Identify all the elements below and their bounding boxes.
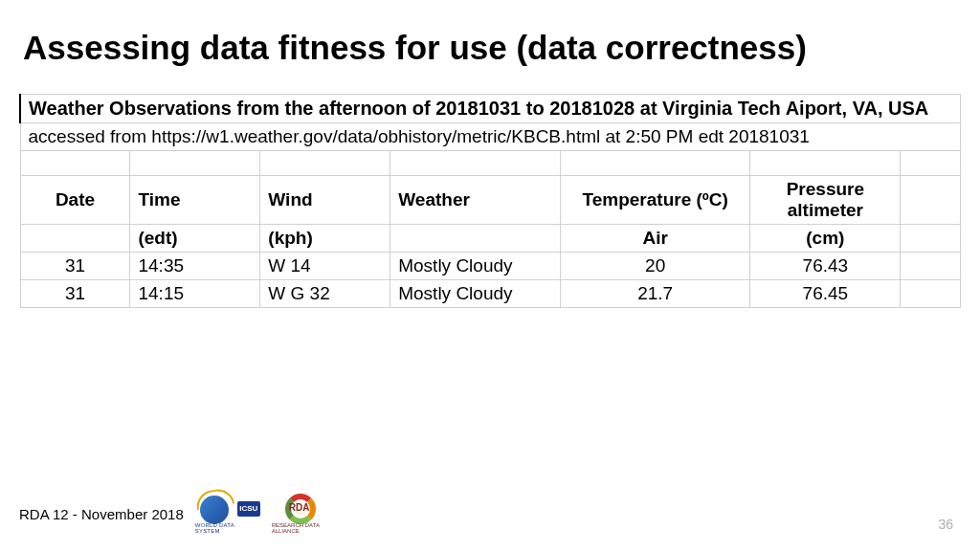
slide: Assessing data fitness for use (data cor… — [0, 0, 980, 551]
hdr-press: Pressure altimeter — [750, 176, 901, 225]
cell-time: 14:35 — [130, 253, 260, 280]
table-caption-row: Weather Observations from the afternoon … — [20, 95, 961, 123]
rda-badge: RDA — [289, 502, 310, 513]
table-access: accessed from https://w1.weather.gov/dat… — [20, 123, 961, 151]
table-row: 31 14:35 W 14 Mostly Cloudy 20 76.43 — [20, 253, 961, 280]
cell-press: 76.45 — [750, 280, 901, 308]
globe-icon — [200, 496, 229, 524]
table-access-row: accessed from https://w1.weather.gov/dat… — [20, 123, 961, 151]
cell-press: 76.43 — [750, 253, 901, 280]
wds-logo: ICSU WORLD DATA SYSTEM — [195, 496, 260, 532]
hdr-wind-unit: (kph) — [260, 225, 390, 253]
icsu-badge: ICSU — [237, 501, 260, 517]
hdr-date: Date — [20, 176, 130, 225]
table-blank-row — [20, 151, 961, 176]
hdr-time-unit: (edt) — [130, 225, 260, 253]
hdr-weather: Weather — [390, 176, 561, 225]
table-caption: Weather Observations from the afternoon … — [20, 95, 961, 123]
rda-text: RESEARCH DATA ALLIANCE — [272, 522, 337, 534]
cell-weather: Mostly Cloudy — [390, 280, 561, 308]
table-header-row-1: Date Time Wind Weather Temperature (ºC) … — [20, 176, 961, 225]
cell-weather: Mostly Cloudy — [390, 253, 561, 280]
cell-wind: W 14 — [260, 253, 390, 280]
page-number: 36 — [938, 517, 953, 532]
footer-text: RDA 12 - November 2018 — [19, 506, 184, 522]
weather-table: Weather Observations from the afternoon … — [19, 94, 961, 308]
hdr-temp-sub: Air — [560, 225, 750, 253]
slide-title: Assessing data fitness for use (data cor… — [19, 29, 961, 67]
hdr-press-unit: (cm) — [750, 225, 901, 253]
table-row: 31 14:15 W G 32 Mostly Cloudy 21.7 76.45 — [20, 280, 961, 308]
hdr-temp: Temperature (ºC) — [560, 176, 750, 225]
cell-temp: 21.7 — [560, 280, 750, 308]
wds-text: WORLD DATA SYSTEM — [195, 522, 260, 534]
table-header-row-2: (edt) (kph) Air (cm) — [20, 225, 961, 253]
cell-date: 31 — [20, 253, 130, 280]
hdr-time: Time — [130, 176, 260, 225]
footer: RDA 12 - November 2018 ICSU WORLD DATA S… — [19, 496, 961, 532]
rda-logo: RDA RESEARCH DATA ALLIANCE — [272, 496, 337, 532]
hdr-wind: Wind — [260, 176, 390, 225]
cell-wind: W G 32 — [260, 280, 390, 308]
cell-time: 14:15 — [130, 280, 260, 308]
cell-temp: 20 — [560, 253, 750, 280]
cell-date: 31 — [20, 280, 130, 308]
